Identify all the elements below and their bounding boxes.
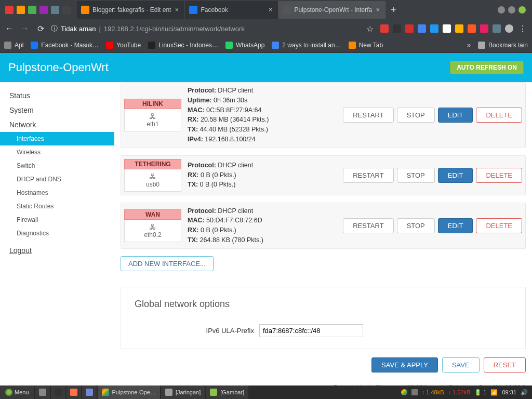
close-icon[interactable]: × xyxy=(173,6,180,14)
volume-icon[interactable]: 🔊 xyxy=(521,389,528,396)
edit-button[interactable]: EDIT xyxy=(438,218,473,233)
edit-button[interactable]: EDIT xyxy=(438,108,473,123)
restart-button[interactable]: RESTART xyxy=(343,108,393,123)
interface-row: WAN 🖧 eth0.2 Protocol: DHCP clientMAC: 5… xyxy=(121,203,526,249)
browser-address-bar: ← → ⟳ ⓘ Tidak aman | 192.168.2.1/cgi-bin… xyxy=(0,20,532,37)
logout-link[interactable]: Logout xyxy=(0,240,114,261)
profile-avatar-icon[interactable] xyxy=(505,24,513,33)
insecure-label: Tidak aman xyxy=(61,25,96,33)
back-button[interactable]: ← xyxy=(4,23,15,34)
address-field[interactable]: ⓘ Tidak aman | 192.168.2.1/cgi-bin/luci/… xyxy=(51,24,360,33)
menu-icon[interactable]: ⋮ xyxy=(517,23,528,34)
whatsapp-icon xyxy=(225,42,233,49)
bookmark-folder[interactable]: Bookmark lain xyxy=(478,42,528,49)
bookmark-item[interactable]: WhatsApp xyxy=(225,42,264,49)
ethernet-icon: 🖧 xyxy=(125,172,181,181)
reset-button[interactable]: RESET xyxy=(484,357,526,373)
nav-status[interactable]: Status xyxy=(0,88,114,103)
interface-row: TETHERING 🖧 usb0 Protocol: DHCP clientRX… xyxy=(121,155,526,195)
start-menu-button[interactable]: Menu xyxy=(0,385,34,399)
delete-button[interactable]: DELETE xyxy=(476,168,522,183)
forward-button[interactable]: → xyxy=(20,23,30,34)
delete-button[interactable]: DELETE xyxy=(476,218,522,233)
titlebar-app-icon xyxy=(28,6,36,14)
nav-system[interactable]: System xyxy=(0,103,114,117)
app-icon xyxy=(165,389,172,396)
files-icon xyxy=(39,389,46,396)
edit-button[interactable]: EDIT xyxy=(438,168,473,183)
subnav-firewall[interactable]: Firewall xyxy=(0,213,114,227)
subnav-interfaces[interactable]: Interfaces xyxy=(0,132,114,145)
ula-prefix-label: IPv6 ULA-Prefix xyxy=(135,327,254,335)
tab-title: Pulpstone-OpenWrt - Interfa xyxy=(294,6,372,14)
window-minimize-icon[interactable] xyxy=(498,6,505,14)
bookmark-item[interactable]: 2 ways to install an… xyxy=(272,42,341,49)
bookmark-item[interactable]: YouTube xyxy=(106,42,141,49)
taskbar-app[interactable] xyxy=(35,385,50,399)
stop-button[interactable]: STOP xyxy=(397,108,435,123)
browser-tab-active[interactable]: Pulpstone-OpenWrt - Interfa × xyxy=(278,1,386,19)
taskbar-app[interactable] xyxy=(82,385,97,399)
bookmarks-overflow[interactable]: » xyxy=(467,42,471,49)
titlebar-app-icon xyxy=(39,6,48,14)
subnav-switch[interactable]: Switch xyxy=(0,159,114,172)
bookmark-item[interactable]: LinuxSec - Indones… xyxy=(148,42,218,49)
nav-network[interactable]: Network xyxy=(0,117,114,132)
stop-button[interactable]: STOP xyxy=(397,218,435,233)
battery-icon: 🔋 1 xyxy=(474,389,486,396)
extension-icon[interactable] xyxy=(380,24,389,33)
extension-icon[interactable] xyxy=(493,24,501,33)
browser-tab[interactable]: Facebook × xyxy=(185,1,278,19)
add-interface-button[interactable]: ADD NEW INTERFACE... xyxy=(121,256,214,271)
app-icon xyxy=(210,389,217,396)
window-close-icon[interactable] xyxy=(518,6,526,14)
save-apply-button[interactable]: SAVE & APPLY xyxy=(371,357,438,373)
taskbar-app[interactable] xyxy=(51,385,65,399)
taskbar-app[interactable]: Pulpstone-Ope… xyxy=(98,385,160,399)
delete-button[interactable]: DELETE xyxy=(476,108,522,123)
stop-button[interactable]: STOP xyxy=(397,168,435,183)
extension-icon[interactable] xyxy=(455,24,463,33)
clock: 09:31 xyxy=(502,389,516,395)
subnav-hostnames[interactable]: Hostnames xyxy=(0,186,114,200)
restart-button[interactable]: RESTART xyxy=(343,168,393,183)
subnav-diagnostics[interactable]: Diagnostics xyxy=(0,227,114,240)
chrome-tray-icon[interactable] xyxy=(401,389,407,395)
extension-icon[interactable] xyxy=(480,24,488,33)
extension-icon[interactable] xyxy=(468,24,476,33)
chrome-icon xyxy=(102,389,109,396)
extension-icon[interactable] xyxy=(393,24,401,33)
taskbar-app[interactable]: [Jaringan] xyxy=(161,385,205,399)
extension-icon[interactable] xyxy=(443,24,451,33)
tray-icon[interactable] xyxy=(411,389,418,395)
taskbar-app[interactable] xyxy=(66,385,81,399)
subnav-static-routes[interactable]: Static Routes xyxy=(0,200,114,213)
browser-tab[interactable]: Blogger: fakegrafis - Edit ent × xyxy=(77,1,185,19)
close-icon[interactable]: × xyxy=(267,6,274,14)
apps-shortcut[interactable]: Apl xyxy=(4,42,23,49)
extension-icon[interactable] xyxy=(418,24,426,33)
subnav-dhcp-dns[interactable]: DHCP and DNS xyxy=(0,172,114,186)
os-taskbar: Menu Pulpstone-Ope… [Jaringan] [Gambar] … xyxy=(0,385,532,399)
ula-prefix-input[interactable] xyxy=(259,324,363,337)
restart-button[interactable]: RESTART xyxy=(343,218,393,233)
save-button[interactable]: SAVE xyxy=(442,357,480,373)
youtube-icon xyxy=(106,42,113,49)
tab-title: Facebook xyxy=(201,6,264,14)
new-tab-button[interactable]: + xyxy=(386,1,401,19)
interface-details: Protocol: DHCP clientUptime: 0h 36m 30sM… xyxy=(188,86,337,144)
bookmark-item[interactable]: Facebook - Masuk… xyxy=(31,42,99,49)
interface-badge: TETHERING 🖧 usb0 xyxy=(124,159,181,192)
reload-button[interactable]: ⟳ xyxy=(35,23,46,34)
bookmark-item[interactable]: New Tab xyxy=(349,42,383,49)
linux-icon xyxy=(148,42,155,49)
window-maximize-icon[interactable] xyxy=(508,6,515,14)
subnav-wireless[interactable]: Wireless xyxy=(0,145,114,159)
extension-icon[interactable] xyxy=(430,24,438,33)
auto-refresh-button[interactable]: AUTO REFRESH ON xyxy=(450,61,524,74)
extension-icon[interactable] xyxy=(405,24,414,33)
star-icon[interactable]: ☆ xyxy=(365,23,375,34)
global-options-section: Global network options IPv6 ULA-Prefix xyxy=(121,287,526,349)
close-icon[interactable]: × xyxy=(374,6,381,14)
taskbar-app[interactable]: [Gambar] xyxy=(206,385,248,399)
